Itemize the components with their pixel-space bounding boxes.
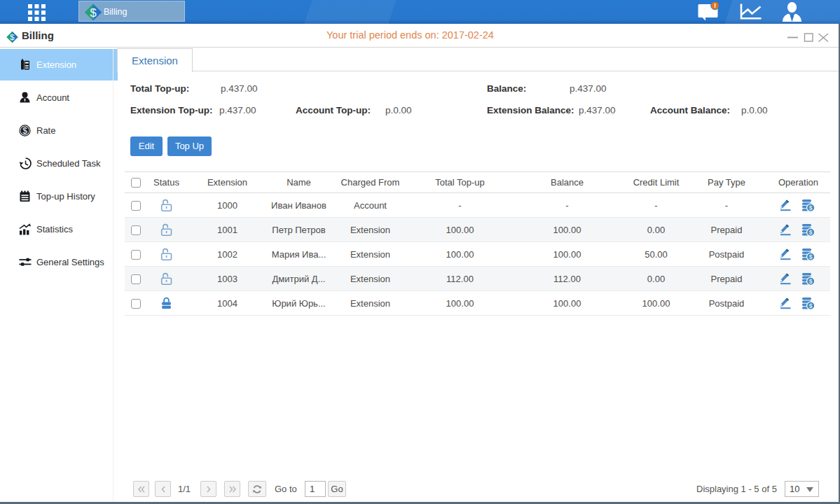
svg-text:$: $ — [22, 126, 27, 136]
svg-text:!: ! — [714, 1, 716, 9]
